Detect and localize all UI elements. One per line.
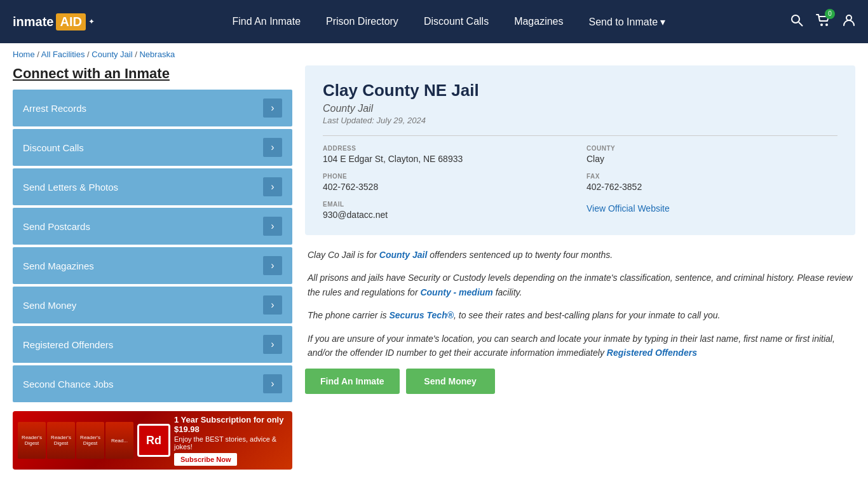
desc-para4: If you are unsure of your inmate's locat… xyxy=(308,332,853,360)
search-icon[interactable] xyxy=(790,14,803,30)
nav-right: 0 xyxy=(790,14,855,30)
detail-address: ADDRESS 104 E Edgar St, Clayton, NE 6893… xyxy=(323,145,574,164)
header: inmate AID ✦ Find An Inmate Prison Direc… xyxy=(0,0,868,43)
facility-updated: Last Updated: July 29, 2024 xyxy=(323,116,837,125)
arrow-icon: › xyxy=(263,256,282,275)
svg-point-3 xyxy=(825,24,828,26)
detail-website: View Official Website xyxy=(587,201,837,220)
svg-point-0 xyxy=(792,15,799,23)
rd-cover-3: Reader's Digest xyxy=(76,422,104,459)
rd-cover-2: Reader's Digest xyxy=(47,422,75,459)
facility-card: Clay County NE Jail County Jail Last Upd… xyxy=(305,65,855,235)
nav-find-inmate[interactable]: Find An Inmate xyxy=(232,16,301,28)
sidebar-item-postcards[interactable]: Send Postcards › xyxy=(13,208,292,245)
sidebar-menu: Arrest Records › Discount Calls › Send L… xyxy=(13,90,292,402)
sidebar-item-money[interactable]: Send Money › xyxy=(13,287,292,323)
breadcrumb-county-jail[interactable]: County Jail xyxy=(92,50,132,59)
rd-cover-4: Read... xyxy=(105,422,133,459)
logo-tagline: ✦ xyxy=(88,17,95,26)
sidebar-item-arrest-records[interactable]: Arrest Records › xyxy=(13,90,292,126)
action-buttons: Find An Inmate Send Money xyxy=(305,369,855,394)
cart-badge: 0 xyxy=(825,9,835,19)
detail-phone: PHONE 402-762-3528 xyxy=(323,173,574,192)
arrow-icon: › xyxy=(263,335,282,354)
detail-email: EMAIL 930@datacc.net xyxy=(323,201,574,220)
svg-line-1 xyxy=(799,22,803,26)
sidebar-title: Connect with an Inmate xyxy=(13,65,292,82)
arrow-icon: › xyxy=(263,217,282,236)
svg-point-4 xyxy=(846,15,851,20)
description: Clay Co Jail is for County Jail offender… xyxy=(305,248,855,360)
sidebar-item-jobs[interactable]: Second Chance Jobs › xyxy=(13,365,292,402)
sidebar-item-letters-photos[interactable]: Send Letters & Photos › xyxy=(13,168,292,205)
breadcrumb-all-facilities[interactable]: All Facilities xyxy=(41,50,85,59)
logo-aid: AID xyxy=(56,13,85,30)
find-inmate-button[interactable]: Find An Inmate xyxy=(305,369,400,394)
arrow-icon: › xyxy=(263,177,282,196)
arrow-icon: › xyxy=(263,98,282,118)
ad-banner[interactable]: Reader's Digest Reader's Digest Reader's… xyxy=(13,411,292,470)
arrow-icon: › xyxy=(263,295,282,315)
desc-para1: Clay Co Jail is for County Jail offender… xyxy=(308,248,853,262)
cart-icon[interactable]: 0 xyxy=(816,14,830,30)
sidebar-item-discount-calls[interactable]: Discount Calls › xyxy=(13,129,292,166)
facility-name: Clay County NE Jail xyxy=(323,81,837,100)
svg-point-2 xyxy=(820,24,823,26)
county-medium-link[interactable]: County - medium xyxy=(420,287,492,297)
sidebar-item-magazines[interactable]: Send Magazines › xyxy=(13,247,292,284)
sidebar-item-offenders[interactable]: Registered Offenders › xyxy=(13,326,292,363)
send-money-button[interactable]: Send Money xyxy=(406,369,495,394)
desc-para3: The phone carrier is Securus Tech®, to s… xyxy=(308,308,853,322)
registered-offenders-link[interactable]: Registered Offenders xyxy=(607,348,697,358)
user-icon[interactable] xyxy=(843,14,855,30)
rd-logo: Rd xyxy=(137,424,170,457)
desc-para2: All prisons and jails have Security or C… xyxy=(308,271,853,299)
nav-prison-directory[interactable]: Prison Directory xyxy=(326,16,398,28)
logo-inmate: inmate xyxy=(13,15,53,29)
breadcrumb-state[interactable]: Nebraska xyxy=(139,50,175,59)
securus-link[interactable]: Securus Tech® xyxy=(389,310,454,320)
nav-discount-calls[interactable]: Discount Calls xyxy=(424,16,489,28)
sidebar: Connect with an Inmate Arrest Records › … xyxy=(13,65,292,470)
facility-details: ADDRESS 104 E Edgar St, Clayton, NE 6893… xyxy=(323,135,837,220)
nav-magazines[interactable]: Magazines xyxy=(514,16,563,28)
breadcrumb-home[interactable]: Home xyxy=(13,50,35,59)
rd-cover-1: Reader's Digest xyxy=(18,422,46,459)
main-nav: Find An Inmate Prison Directory Discount… xyxy=(126,16,771,28)
logo[interactable]: inmate AID ✦ xyxy=(13,13,95,30)
content-area: Clay County NE Jail County Jail Last Upd… xyxy=(305,65,855,470)
arrow-icon: › xyxy=(263,138,282,157)
breadcrumb: Home / All Facilities / County Jail / Ne… xyxy=(0,43,868,65)
subscribe-button[interactable]: Subscribe Now xyxy=(174,453,237,466)
arrow-icon: › xyxy=(263,374,282,393)
website-link[interactable]: View Official Website xyxy=(587,203,670,214)
main-content: Connect with an Inmate Arrest Records › … xyxy=(0,65,868,482)
detail-county: COUNTY Clay xyxy=(587,145,837,164)
rd-covers: Reader's Digest Reader's Digest Reader's… xyxy=(18,422,133,459)
detail-fax: FAX 402-762-3852 xyxy=(587,173,837,192)
facility-type: County Jail xyxy=(323,103,837,114)
ad-text: 1 Year Subscription for only $19.98 Enjo… xyxy=(174,415,287,466)
county-jail-link[interactable]: County Jail xyxy=(379,250,427,260)
nav-send-to-inmate[interactable]: Send to Inmate ▾ xyxy=(589,16,666,28)
ad-content: Reader's Digest Reader's Digest Reader's… xyxy=(13,411,292,470)
